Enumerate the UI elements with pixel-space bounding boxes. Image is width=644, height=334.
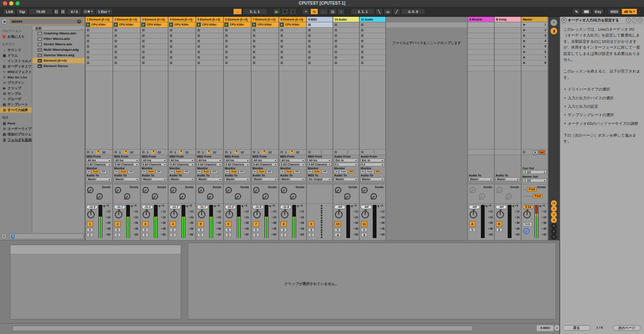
track-1-slot-6[interactable] [86,49,112,55]
track-4-volume-display[interactable]: -11.7 [169,205,181,209]
return-b-header[interactable]: B Delay [495,17,521,22]
track-6-pan-knob[interactable] [226,211,233,218]
draw-mode-button[interactable]: ✎ [572,8,580,15]
track-3-slot-8[interactable] [141,60,168,66]
track-5-fader-handle[interactable] [213,205,216,207]
track-10-send-a-knob[interactable]: A [335,187,341,193]
sidebar-item-drums[interactable]: ▦ドラム [0,53,32,58]
track-4-solo-button[interactable]: S [170,228,176,232]
track-6-header[interactable]: 6 Element (0->2) [224,17,251,22]
scene-4[interactable]: 4 [522,39,548,44]
track-9-slot-2[interactable] [307,28,332,33]
quantization-menu[interactable]: 1 Bar [96,8,112,15]
back-button[interactable]: 戻る [563,325,590,331]
track-11-input-select[interactable]: Ext. In [361,158,384,162]
track-6-monitor-in-button[interactable]: In [225,170,229,173]
track-10-header[interactable]: 10 Audio [333,17,359,22]
track-2-output-select[interactable]: Master [114,177,139,181]
track-1-channel-select[interactable]: All Channels [86,163,112,166]
track-4-output-select[interactable]: Master [169,177,195,181]
track-1-arm-button[interactable] [87,233,93,237]
track-6-slot-2[interactable] [224,28,251,33]
back-to-arrangement-button[interactable]: |▶ [532,150,538,154]
track-2-slot-3[interactable] [113,33,140,39]
track-7-slot-2[interactable] [252,28,278,33]
master-header[interactable]: Master [522,17,548,22]
track-1-stop-icon[interactable] [87,151,89,153]
track-4-input-select[interactable]: All Ins [169,158,195,162]
nudge-down-button[interactable] [54,8,60,15]
track-10-stop-icon[interactable] [335,151,337,153]
track-1-header[interactable]: 1 Element (0->2) [86,17,112,22]
search-input[interactable] [9,18,83,24]
file-list-item[interactable]: Filter Waves.adv [32,36,85,41]
arrangement-position-display[interactable]: 3. 1. 1 [243,8,267,15]
track-10-slot-2[interactable] [333,28,359,33]
track-2-slot-9[interactable] [113,66,140,71]
track-4-slot-5[interactable] [169,44,195,49]
scene-play-icon[interactable] [523,56,526,59]
track-8-monitor-auto-button[interactable]: Auto [285,170,293,173]
track-8-volume-display[interactable]: -11.6 [280,205,291,209]
track-4-slot-4[interactable] [169,39,195,44]
track-11-channel-select[interactable]: 2 [361,163,384,166]
clip-play-button[interactable] [141,23,145,27]
track-9-activator-button[interactable]: 9 [308,221,314,227]
return-a-header[interactable]: A Reverb [468,17,494,22]
track-9-slot-1[interactable] [307,22,332,28]
track-11-arm-button[interactable] [361,233,367,237]
track-9-monitor-off-button[interactable]: Off [322,170,328,173]
track-2-header[interactable]: 2 Element (0->2) [113,17,140,22]
next-page-button[interactable]: 次のページ [613,325,641,331]
track-7-volume-display[interactable]: -11.8 [252,205,264,209]
track-10-slot-6[interactable] [333,49,359,55]
track-2-send-a-knob[interactable]: A [115,187,121,193]
sidebar-item-max-for-live[interactable]: ◊Max for Live [0,75,32,80]
track-7-solo-button[interactable]: S [253,228,259,232]
track-4-slot-2[interactable] [169,28,195,33]
track-3-solo-button[interactable]: S [142,228,148,232]
track-11-monitor-in-button[interactable]: In [361,170,365,173]
track-4-slot-8[interactable] [169,60,195,66]
clip-play-button[interactable] [169,23,173,27]
track-5-pan-knob[interactable] [198,211,205,218]
sidebar-item-packs[interactable]: ▥Pack [0,121,32,126]
track-3-volume-display[interactable]: -11.2 [142,205,153,209]
track-3-slot-7[interactable] [141,55,168,60]
track-6-arm-button[interactable] [225,233,231,237]
scene-play-icon[interactable] [523,45,526,48]
track-7-slot-5[interactable] [252,44,278,49]
track-6-fader-handle[interactable] [241,205,243,207]
track-7-input-select[interactable]: All Ins [252,158,278,162]
scene-5[interactable]: 5 [522,44,548,49]
sidebar-item-midi-effects[interactable]: ⌁MIDIエフェクト [0,69,32,75]
key-map-button[interactable]: Key [592,8,604,15]
track-7-header[interactable]: 7 Element (0->2) [252,17,278,22]
font-smaller-button[interactable]: − [632,18,637,23]
track-3-header[interactable]: 3 Element (0->2) [141,17,168,22]
track-3-channel-select[interactable]: All Channels [142,163,167,166]
return-b-pan-knob[interactable] [496,211,504,218]
track-10-slot-1[interactable] [333,22,359,28]
scene-6[interactable]: 6 [522,49,548,55]
track-8-pan-knob[interactable] [281,211,288,218]
track-10-monitor-auto-button[interactable]: Auto [339,170,348,173]
track-11-slot-4[interactable] [360,39,385,44]
track-8-slot-9[interactable] [279,66,306,71]
clip-play-button[interactable] [197,23,201,27]
track-8-slot-8[interactable] [279,60,306,66]
clear-search-icon[interactable]: ✕ [77,20,81,23]
track-10-slot-4[interactable] [333,39,359,44]
track-5-slot-2[interactable] [196,28,223,33]
scene-play-icon[interactable] [523,51,526,53]
track-11-header[interactable]: 11 Audio [360,17,385,22]
track-8-slot-7[interactable] [279,55,306,60]
track-5-clip[interactable]: CPU Killer [196,22,223,28]
track-1-send-a-knob[interactable]: A [87,187,93,193]
close-lesson-icon[interactable]: ✕ [561,18,566,23]
track-7-pan-knob[interactable] [253,211,261,218]
return-a-output-select[interactable]: Master [469,177,493,181]
track-9-slot-3[interactable] [307,33,332,39]
track-1-solo-button[interactable]: S [87,228,93,232]
track-2-pan-knob[interactable] [115,211,122,218]
